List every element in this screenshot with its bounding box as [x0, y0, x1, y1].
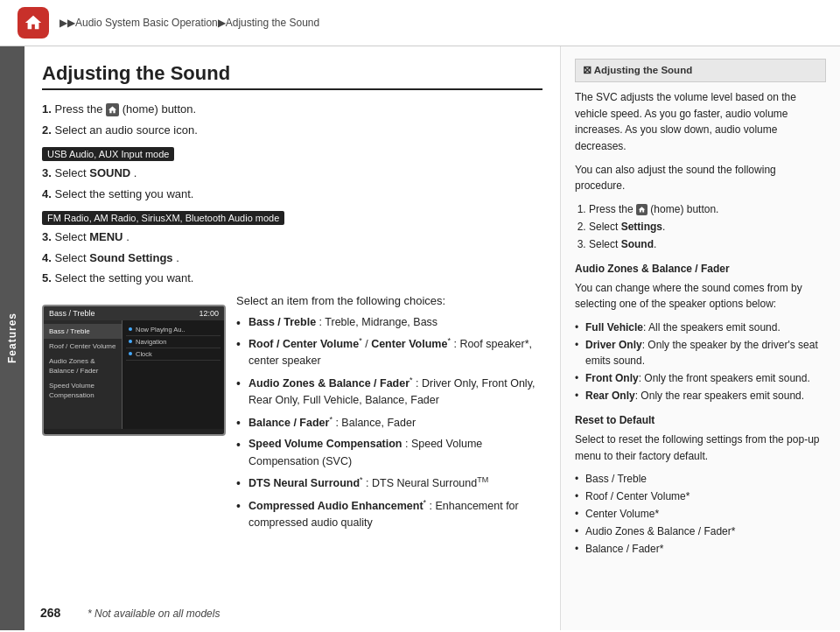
right-zones-text: You can change where the sound comes fro… — [575, 280, 826, 312]
screen-left-menu: Bass / Treble Roof / Center Volume Audio… — [44, 320, 122, 429]
right-panel-proc-2: Select Settings. — [589, 219, 826, 235]
step-5-fm: 5. Select the setting you want. — [42, 270, 542, 287]
sidebar-label: Features — [6, 312, 18, 363]
step-2: 2. Select an audio source icon. — [42, 122, 542, 139]
right-panel-para1: The SVC adjusts the volume level based o… — [575, 89, 826, 154]
screen-body: Bass / Treble Roof / Center Volume Audio… — [44, 320, 224, 429]
home-proc-icon — [638, 206, 646, 214]
bullet-balance-fader: Balance / Fader* : Balance, Fader — [236, 414, 542, 432]
dot-icon — [129, 340, 132, 343]
right-panel-para2: You can also adjust the sound the follow… — [575, 162, 826, 194]
step-1: 1. Press the (home) button. — [42, 101, 542, 118]
screen-menu-roof: Roof / Center Volume — [44, 339, 122, 354]
right-reset-heading: Reset to Default — [575, 412, 826, 428]
right-panel: ⊠ Adjusting the Sound The SVC adjusts th… — [560, 46, 840, 630]
home-small-icon — [108, 105, 117, 115]
right-reset-list: Bass / Treble Roof / Center Volume* Cent… — [575, 471, 826, 557]
right-reset-center: Center Volume* — [575, 506, 826, 522]
step-4-fm: 4. Select Sound Settings . — [42, 249, 542, 267]
breadcrumb: ▶▶Audio System Basic Operation▶Adjusting… — [60, 17, 319, 29]
bullets-intro: Select an item from the following choice… — [236, 294, 542, 307]
right-zones-driver-only: Driver Only: Only the speaker by the dri… — [575, 337, 826, 369]
screen-right-navigation: Navigation — [126, 336, 220, 348]
page-title: Adjusting the Sound — [42, 62, 542, 90]
screen-header-left: Bass / Treble — [49, 309, 95, 318]
right-reset-bass: Bass / Treble — [575, 471, 826, 487]
top-navigation: ▶▶Audio System Basic Operation▶Adjusting… — [0, 0, 840, 46]
bullet-dts: DTS Neural Surround* : DTS Neural Surrou… — [236, 474, 542, 493]
page-number: 268 — [40, 606, 60, 620]
sidebar-tab: Features — [0, 46, 24, 630]
right-panel-proc-3: Select Sound. — [589, 236, 826, 252]
right-panel-procedure: Press the (home) button. Select Settings… — [575, 201, 826, 252]
step-3-fm: 3. Select MENU . — [42, 228, 542, 246]
screen-right-clock: Clock — [126, 348, 220, 361]
screen-and-bullets: Bass / Treble 12:00 Bass / Treble Roof /… — [42, 294, 542, 537]
screen-right-now-playing: Now Playing Au.. — [126, 324, 220, 336]
bullet-speed-volume: Speed Volume Compensation : Speed Volume… — [236, 436, 542, 470]
screen-menu-speed: Speed Volume Compensation — [44, 378, 122, 403]
screen-simulation: Bass / Treble 12:00 Bass / Treble Roof /… — [42, 305, 226, 436]
usb-badge: USB Audio, AUX Input mode — [42, 142, 542, 165]
step-3-usb: 3. Select SOUND . — [42, 165, 542, 182]
screen-right-area: Now Playing Au.. Navigation Clock — [122, 320, 224, 429]
right-reset-text: Select to reset the following settings f… — [575, 432, 826, 464]
right-zones-heading: Audio Zones & Balance / Fader — [575, 261, 826, 277]
right-zones-full-vehicle: Full Vehicle: All the speakers emit soun… — [575, 320, 826, 335]
screen-menu-bass-treble: Bass / Treble — [44, 324, 122, 339]
bullet-bass-treble: Bass / Treble : Treble, Midrange, Bass — [236, 314, 542, 331]
bullet-roof-center: Roof / Center Volume* / Center Volume* :… — [236, 335, 542, 370]
bullet-section: Select an item from the following choice… — [236, 294, 542, 537]
fm-badge: FM Radio, AM Radio, SiriusXM, Bluetooth … — [42, 206, 542, 228]
right-reset-audio-zones: Audio Zones & Balance / Fader* — [575, 523, 826, 539]
screen-menu-audio-zones: Audio Zones & Balance / Fader — [44, 354, 122, 378]
right-panel-proc-1: Press the (home) button. — [589, 201, 826, 217]
dot-icon — [129, 327, 132, 331]
right-zones-list: Full Vehicle: All the speakers emit soun… — [575, 320, 826, 404]
left-content: Adjusting the Sound 1. Press the (home) … — [24, 46, 560, 630]
footnote: * Not available on all models — [88, 607, 220, 620]
right-zones-front-only: Front Only: Only the front speakers emit… — [575, 370, 826, 386]
home-icon — [24, 13, 43, 32]
bullet-compressed: Compressed Audio Enhancement* : Enhancem… — [236, 497, 542, 532]
bullet-audio-zones: Audio Zones & Balance / Fader* : Driver … — [236, 375, 542, 410]
right-panel-title: ⊠ Adjusting the Sound — [575, 59, 826, 82]
right-reset-balance: Balance / Fader* — [575, 541, 826, 557]
step-4-usb: 4. Select the setting you want. — [42, 186, 542, 203]
content-area: Adjusting the Sound 1. Press the (home) … — [24, 46, 840, 630]
right-zones-rear-only: Rear Only: Only the rear speakers emit s… — [575, 388, 826, 404]
home-icon-box[interactable] — [18, 7, 49, 39]
screen-header: Bass / Treble 12:00 — [44, 306, 224, 320]
screen-header-right: 12:00 — [199, 309, 219, 318]
main-container: Features Adjusting the Sound 1. Press th… — [0, 46, 840, 630]
bullet-list: Bass / Treble : Treble, Midrange, Bass R… — [236, 314, 542, 532]
dot-icon — [129, 352, 132, 355]
right-reset-roof: Roof / Center Volume* — [575, 488, 826, 504]
